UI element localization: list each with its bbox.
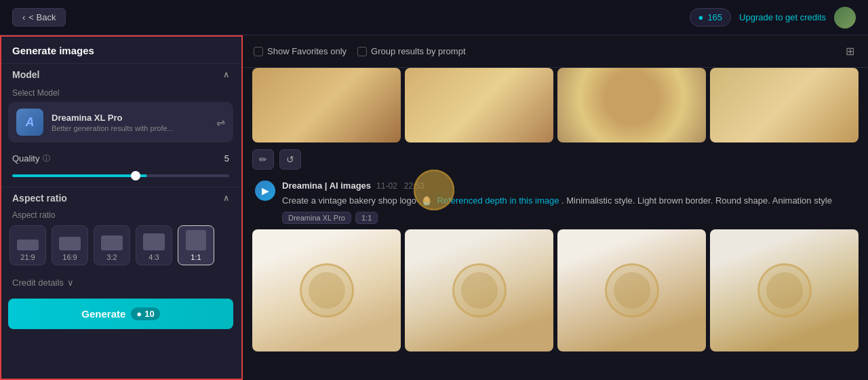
top-image-3[interactable] xyxy=(557,68,706,142)
quality-slider-container xyxy=(0,166,241,187)
top-image-2[interactable] xyxy=(405,68,553,142)
prompt-name: Dreamina | AI images xyxy=(282,180,371,191)
prompt-tag-ratio: 1:1 xyxy=(355,212,378,224)
prompt-content: Dreamina | AI images 11-02 22:53 Create … xyxy=(282,180,856,224)
prompt-tag-model: Dreamina XL Pro xyxy=(282,212,351,224)
select-model-label: Select Model xyxy=(0,86,241,102)
folder-icon: ⊞ xyxy=(846,45,854,57)
main-layout: Generate images Model ∧ Select Model A D… xyxy=(0,35,868,380)
aspect-btn-21-9[interactable]: 21:9 xyxy=(9,225,46,265)
model-settings-icon[interactable]: ⇌ xyxy=(216,116,225,129)
aspect-icon-21-9 xyxy=(17,240,39,250)
aspect-btn-3-2[interactable]: 3:2 xyxy=(94,225,130,265)
model-name: Dreamina XL Pro xyxy=(52,113,208,123)
cake-deco-4 xyxy=(757,263,812,318)
aspect-btn-4-3[interactable]: 4:3 xyxy=(136,225,172,265)
model-section-label: Model xyxy=(12,69,39,80)
images-scroll[interactable]: ✏ ↺ ▶ Dreamina | AI images 11-02 xyxy=(243,68,868,380)
quality-slider[interactable] xyxy=(12,174,229,177)
content-area: Show Favorites only Group results by pro… xyxy=(243,35,868,380)
prompt-avatar-icon: ▶ xyxy=(262,185,269,196)
content-toolbar: Show Favorites only Group results by pro… xyxy=(243,35,868,68)
sidebar-title: Generate images xyxy=(0,35,241,63)
model-chevron-up-icon: ∧ xyxy=(223,70,229,79)
aspect-ratio-section-label: Aspect ratio xyxy=(12,193,67,204)
credit-details-label: Credit details xyxy=(12,278,64,288)
aspect-label-16-9: 16:9 xyxy=(62,253,77,261)
quality-row: Quality ⓘ 5 xyxy=(0,149,241,166)
cake-deco-2 xyxy=(452,263,507,318)
quality-label: Quality ⓘ xyxy=(12,153,50,164)
upgrade-button[interactable]: Upgrade to get credits xyxy=(739,12,826,22)
generate-label: Generate xyxy=(81,308,125,320)
prompt-tags: Dreamina XL Pro 1:1 xyxy=(282,212,856,224)
cake-image-row xyxy=(252,229,859,352)
prompt-text: Create a vintage bakery shop logo 🧁 Refe… xyxy=(282,194,856,208)
aspect-icon-16-9 xyxy=(59,237,81,250)
aspect-label-4-3: 4:3 xyxy=(149,253,159,261)
show-favorites-checkbox-box[interactable] xyxy=(254,47,263,56)
cake-image-4[interactable] xyxy=(710,229,859,352)
generate-cost-badge: ● 10 xyxy=(131,307,159,320)
aspect-label-21-9: 21:9 xyxy=(20,253,35,261)
pencil-icon: ✏ xyxy=(259,154,267,165)
play-circle-icon: ● xyxy=(698,12,704,22)
prompt-text-before: Create a vintage bakery shop logo xyxy=(282,195,416,206)
prompt-text-after: . Minimalistic style. Light brown border… xyxy=(561,195,832,206)
toolbar-left: Show Favorites only Group results by pro… xyxy=(254,46,466,56)
aspect-icon-3-2 xyxy=(101,235,123,250)
model-desc: Better generation results with profe... xyxy=(52,124,208,132)
folder-icon-button[interactable]: ⊞ xyxy=(843,42,857,60)
model-card[interactable]: A Dreamina XL Pro Better generation resu… xyxy=(8,102,233,142)
credits-count: 165 xyxy=(707,12,722,22)
top-image-1[interactable] xyxy=(252,68,401,142)
aspect-label-3-2: 3:2 xyxy=(106,253,117,261)
cake-deco-1 xyxy=(300,263,354,318)
quality-value: 5 xyxy=(224,153,229,164)
show-favorites-label: Show Favorites only xyxy=(267,46,347,56)
generate-cost: 10 xyxy=(144,309,154,319)
cake-image-1[interactable] xyxy=(252,229,401,352)
model-section-header[interactable]: Model ∧ xyxy=(0,63,241,86)
group-results-label: Group results by prompt xyxy=(371,46,465,56)
generate-button[interactable]: Generate ● 10 xyxy=(8,299,233,329)
model-icon: A xyxy=(16,109,43,136)
aspect-ratio-section-header[interactable]: Aspect ratio ∧ xyxy=(0,187,241,209)
credit-details[interactable]: Credit details ∨ xyxy=(0,272,241,293)
quality-info-icon: ⓘ xyxy=(43,153,50,164)
back-arrow-icon: ‹ xyxy=(22,12,25,22)
generate-cost-icon: ● xyxy=(136,309,142,319)
credit-details-chevron-icon: ∨ xyxy=(67,278,74,288)
aspect-icon-1-1 xyxy=(186,230,206,250)
edit-action-button[interactable]: ✏ xyxy=(252,149,274,170)
back-label: < Back xyxy=(28,12,56,22)
aspect-ratio-label: Aspect ratio xyxy=(0,209,241,225)
show-favorites-checkbox[interactable]: Show Favorites only xyxy=(254,46,347,56)
prompt-ref-link[interactable]: Referenced depth in this image xyxy=(437,195,559,206)
nav-right: ● 165 Upgrade to get credits xyxy=(690,7,856,28)
cake-image-2[interactable] xyxy=(405,229,553,352)
back-button[interactable]: ‹ < Back xyxy=(12,8,66,26)
avatar[interactable] xyxy=(834,7,856,28)
top-image-4[interactable] xyxy=(710,68,859,142)
group-results-checkbox-box[interactable] xyxy=(357,47,367,56)
top-action-row: ✏ ↺ xyxy=(252,147,859,174)
top-image-row xyxy=(252,68,859,142)
cake-image-3[interactable] xyxy=(557,229,706,352)
aspect-label-1-1: 1:1 xyxy=(191,253,201,261)
aspect-btn-16-9[interactable]: 16:9 xyxy=(52,225,88,265)
prompt-block: ▶ Dreamina | AI images 11-02 22:53 Creat… xyxy=(252,174,859,229)
model-info: Dreamina XL Pro Better generation result… xyxy=(52,113,208,132)
sidebar: Generate images Model ∧ Select Model A D… xyxy=(0,35,243,380)
credits-badge: ● 165 xyxy=(690,8,732,26)
aspect-icon-4-3 xyxy=(143,233,165,250)
aspect-grid: 21:9 16:9 3:2 4:3 1:1 xyxy=(0,225,241,272)
aspect-btn-1-1[interactable]: 1:1 xyxy=(178,225,214,265)
prompt-avatar: ▶ xyxy=(255,180,275,201)
refresh-action-button[interactable]: ↺ xyxy=(279,149,301,170)
group-results-checkbox[interactable]: Group results by prompt xyxy=(357,46,465,56)
prompt-header: Dreamina | AI images 11-02 22:53 xyxy=(282,180,856,191)
cake-deco-3 xyxy=(605,263,659,318)
topnav: ‹ < Back ● 165 Upgrade to get credits xyxy=(0,0,868,35)
refresh-icon: ↺ xyxy=(286,154,294,165)
